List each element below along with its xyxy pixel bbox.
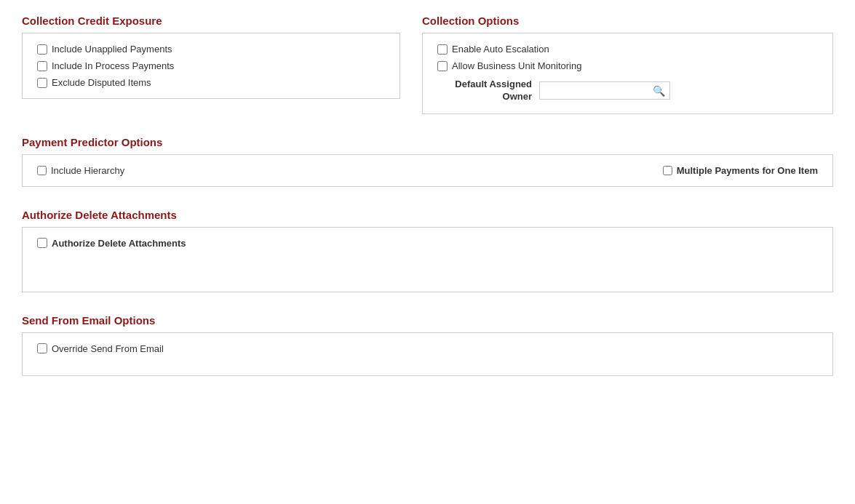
override-send-from-email-checkbox[interactable] <box>37 343 47 353</box>
allow-bu-monitoring-checkbox[interactable] <box>437 61 448 71</box>
owner-input-wrap: 🔍 <box>539 81 670 100</box>
authorize-delete-row: Authorize Delete Attachments <box>37 238 818 249</box>
collection-options-title: Collection Options <box>422 15 833 27</box>
allow-bu-monitoring-label: Allow Business Unit Monitoring <box>452 60 581 71</box>
authorize-delete-title: Authorize Delete Attachments <box>22 209 833 221</box>
override-email-row: Override Send From Email <box>37 343 818 354</box>
include-unapplied-payments-checkbox[interactable] <box>37 44 47 55</box>
authorize-delete-label: Authorize Delete Attachments <box>52 238 186 249</box>
default-assigned-owner-label: Default AssignedOwner <box>437 79 532 103</box>
owner-search-button[interactable]: 🔍 <box>648 83 669 99</box>
collection-credit-exposure-box: Include Unapplied Payments Include In Pr… <box>22 33 400 99</box>
exclude-disputed-items-checkbox[interactable] <box>37 78 47 88</box>
collection-credit-exposure-title: Collection Credit Exposure <box>22 15 400 27</box>
payment-predictor-title: Payment Predictor Options <box>22 136 833 148</box>
include-inprocess-payments-label: Include In Process Payments <box>52 60 174 71</box>
unapplied-payments-row: Include Unapplied Payments <box>37 44 385 55</box>
multiple-payments-row: Multiple Payments for One Item <box>663 165 818 176</box>
default-owner-row: Default AssignedOwner 🔍 <box>437 79 818 103</box>
disputed-items-row: Exclude Disputed Items <box>37 77 385 88</box>
override-send-from-email-label: Override Send From Email <box>52 343 164 354</box>
authorize-delete-section: Authorize Delete Attachments Authorize D… <box>22 209 833 292</box>
payment-predictor-box: Include Hierarchy Multiple Payments for … <box>22 154 833 187</box>
authorize-delete-checkbox[interactable] <box>37 238 47 248</box>
include-unapplied-payments-label: Include Unapplied Payments <box>52 44 172 55</box>
include-hierarchy-checkbox[interactable] <box>37 166 47 175</box>
send-from-email-section: Send From Email Options Override Send Fr… <box>22 314 833 376</box>
include-inprocess-payments-checkbox[interactable] <box>37 61 47 71</box>
exclude-disputed-items-label: Exclude Disputed Items <box>52 77 151 88</box>
enable-auto-escalation-checkbox[interactable] <box>437 44 448 55</box>
include-hierarchy-row: Include Hierarchy <box>37 165 124 176</box>
multiple-payments-label: Multiple Payments for One Item <box>677 165 818 176</box>
collection-options-box: Enable Auto Escalation Allow Business Un… <box>422 33 833 114</box>
include-hierarchy-label: Include Hierarchy <box>51 165 124 176</box>
send-from-email-title: Send From Email Options <box>22 314 833 327</box>
multiple-payments-checkbox[interactable] <box>663 166 672 175</box>
enable-auto-escalation-label: Enable Auto Escalation <box>452 44 549 55</box>
bu-monitoring-row: Allow Business Unit Monitoring <box>437 60 818 71</box>
send-from-email-box: Override Send From Email <box>22 332 833 376</box>
auto-escalation-row: Enable Auto Escalation <box>437 44 818 55</box>
inprocess-payments-row: Include In Process Payments <box>37 60 385 71</box>
payment-predictor-section: Payment Predictor Options Include Hierar… <box>22 136 833 187</box>
default-owner-input[interactable] <box>540 82 648 99</box>
authorize-delete-box: Authorize Delete Attachments <box>22 227 833 292</box>
